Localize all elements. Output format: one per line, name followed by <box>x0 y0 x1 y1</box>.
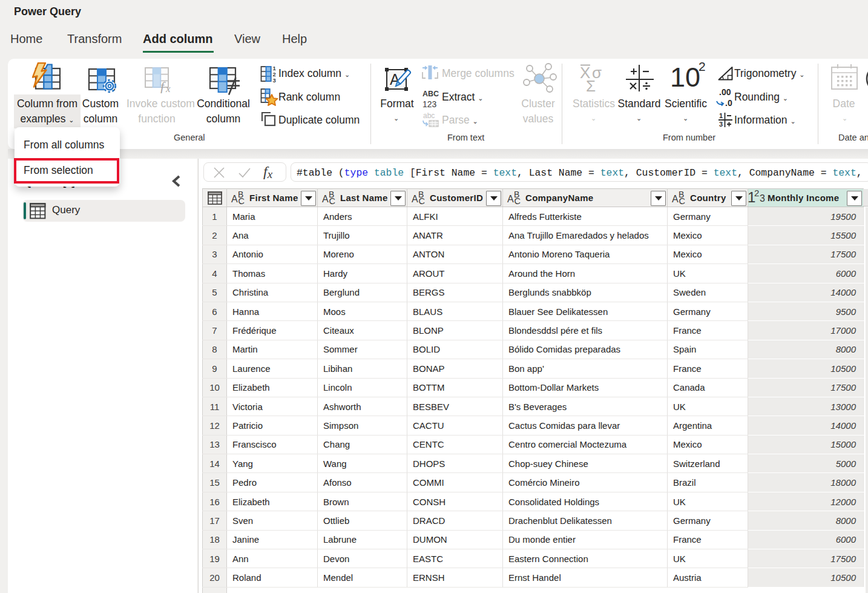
svg-text:Σ: Σ <box>586 77 596 92</box>
svg-text:3: 3 <box>273 77 276 83</box>
svg-text:abc: abc <box>423 112 435 120</box>
svg-text:3: 3 <box>719 121 723 128</box>
svg-text:10: 10 <box>670 62 700 92</box>
svg-text:2: 2 <box>699 62 705 73</box>
svg-text:.0: .0 <box>725 98 732 107</box>
svg-text:1: 1 <box>719 112 723 119</box>
svg-text:x: x <box>165 83 171 93</box>
svg-text:.00: .00 <box>719 88 731 97</box>
